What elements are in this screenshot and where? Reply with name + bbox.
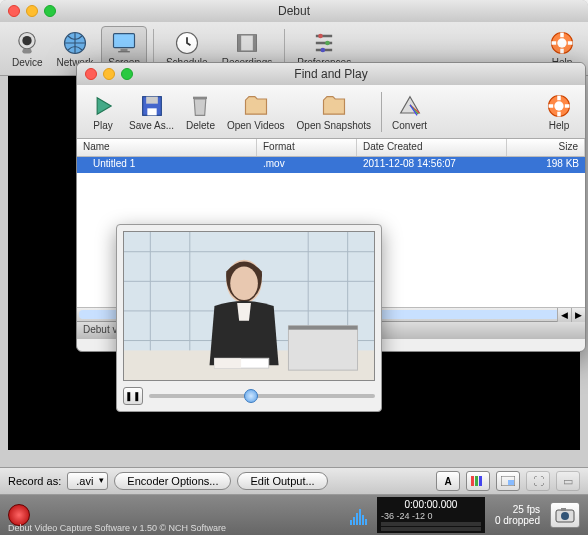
snapshot-button[interactable] bbox=[550, 502, 580, 528]
svg-rect-23 bbox=[561, 508, 566, 511]
svg-rect-9 bbox=[238, 35, 242, 51]
minimize-icon[interactable] bbox=[103, 68, 115, 80]
svg-point-11 bbox=[318, 34, 323, 39]
svg-point-12 bbox=[325, 41, 330, 46]
svg-rect-18 bbox=[479, 476, 482, 486]
record-as-label: Record as: bbox=[8, 475, 61, 487]
scroll-left-icon[interactable]: ◀ bbox=[557, 308, 571, 322]
preview-controls: ❚❚ bbox=[123, 387, 375, 405]
camera-icon bbox=[555, 507, 575, 523]
open-videos-label: Open Videos bbox=[227, 120, 285, 131]
lifebuoy-icon bbox=[548, 29, 576, 57]
svg-rect-10 bbox=[253, 35, 257, 51]
list-row[interactable]: Untitled 1 .mov 2011-12-08 14:56:07 198 … bbox=[77, 157, 585, 173]
svg-rect-45 bbox=[214, 358, 241, 368]
webcam-icon bbox=[13, 29, 41, 57]
scroll-arrows: ◀ ▶ bbox=[557, 308, 585, 322]
svg-rect-2 bbox=[23, 49, 32, 54]
audio-meter-icon bbox=[350, 505, 367, 525]
svg-rect-16 bbox=[471, 476, 474, 486]
delete-button[interactable]: Delete bbox=[180, 90, 221, 133]
svg-rect-4 bbox=[114, 34, 135, 48]
pause-icon: ❚❚ bbox=[125, 391, 141, 401]
svg-point-15 bbox=[557, 38, 566, 47]
svg-point-13 bbox=[321, 48, 326, 53]
folder-video-icon bbox=[242, 92, 270, 120]
sliders-icon bbox=[310, 29, 338, 57]
trash-icon bbox=[186, 92, 214, 120]
fps-value: 25 fps bbox=[495, 504, 540, 515]
film-icon bbox=[233, 29, 261, 57]
open-snapshots-button[interactable]: Open Snapshots bbox=[291, 90, 378, 133]
svg-rect-6 bbox=[118, 51, 130, 52]
aspect-icon: ▭ bbox=[563, 475, 573, 488]
svg-point-29 bbox=[554, 101, 563, 110]
fps-info: 25 fps 0 dropped bbox=[495, 504, 540, 526]
col-format-header[interactable]: Format bbox=[257, 139, 357, 156]
record-bar: Record as: .avi Encoder Options... Edit … bbox=[0, 467, 588, 495]
level-track bbox=[381, 527, 481, 531]
child-titlebar: Find and Play bbox=[77, 63, 585, 85]
device-button[interactable]: Device bbox=[6, 27, 49, 70]
convert-button[interactable]: Convert bbox=[386, 90, 433, 133]
open-videos-button[interactable]: Open Videos bbox=[221, 90, 291, 133]
slider-thumb-icon[interactable] bbox=[244, 389, 258, 403]
svg-rect-41 bbox=[288, 326, 357, 330]
col-date-header[interactable]: Date Created bbox=[357, 139, 507, 156]
edit-output-button[interactable]: Edit Output... bbox=[237, 472, 327, 490]
delete-label: Delete bbox=[186, 120, 215, 131]
color-adjust-button[interactable] bbox=[466, 471, 490, 491]
col-size-header[interactable]: Size bbox=[507, 139, 585, 156]
svg-point-1 bbox=[23, 36, 32, 45]
svg-rect-20 bbox=[508, 480, 514, 485]
fullscreen-button[interactable]: ⛶ bbox=[526, 471, 550, 491]
folder-snapshot-icon bbox=[320, 92, 348, 120]
save-as-button[interactable]: Save As... bbox=[123, 90, 180, 133]
svg-rect-5 bbox=[121, 49, 128, 51]
maximize-icon[interactable] bbox=[121, 68, 133, 80]
floppy-icon bbox=[138, 92, 166, 120]
close-icon[interactable] bbox=[85, 68, 97, 80]
svg-point-43 bbox=[230, 267, 258, 301]
text-overlay-button[interactable]: A bbox=[436, 471, 460, 491]
convert-label: Convert bbox=[392, 120, 427, 131]
svg-rect-26 bbox=[147, 108, 156, 115]
main-titlebar: Debut bbox=[0, 0, 588, 22]
level-meter: 0:00:00.000 -36 -24 -12 0 bbox=[377, 497, 485, 533]
seek-slider[interactable] bbox=[149, 394, 375, 398]
overlay-icon bbox=[501, 476, 515, 486]
aspect-button[interactable]: ▭ bbox=[556, 471, 580, 491]
minimize-icon[interactable] bbox=[26, 5, 38, 17]
row-format: .mov bbox=[257, 157, 357, 173]
pause-button[interactable]: ❚❚ bbox=[123, 387, 143, 405]
close-icon[interactable] bbox=[8, 5, 20, 17]
encoder-options-button[interactable]: Encoder Options... bbox=[114, 472, 231, 490]
svg-rect-27 bbox=[193, 97, 207, 99]
traffic-lights bbox=[8, 5, 56, 17]
play-icon bbox=[89, 92, 117, 120]
level-labels: -36 -24 -12 0 bbox=[381, 511, 481, 521]
monitor-icon bbox=[110, 29, 138, 57]
preview-thumbnail bbox=[123, 231, 375, 381]
color-bars-icon bbox=[471, 476, 485, 486]
preview-popup: ❚❚ bbox=[116, 224, 382, 412]
scroll-right-icon[interactable]: ▶ bbox=[571, 308, 585, 322]
svg-rect-25 bbox=[146, 97, 158, 104]
text-a-icon: A bbox=[444, 476, 451, 487]
play-button[interactable]: Play bbox=[83, 90, 123, 133]
maximize-icon[interactable] bbox=[44, 5, 56, 17]
watermark-button[interactable] bbox=[496, 471, 520, 491]
open-snapshots-label: Open Snapshots bbox=[297, 120, 372, 131]
child-help-button[interactable]: Help bbox=[539, 90, 579, 133]
format-dropdown[interactable]: .avi bbox=[67, 472, 108, 490]
svg-rect-17 bbox=[475, 476, 478, 486]
timecode: 0:00:00.000 bbox=[381, 499, 481, 510]
dropped-value: 0 dropped bbox=[495, 515, 540, 526]
col-name-header[interactable]: Name bbox=[77, 139, 257, 156]
expand-icon: ⛶ bbox=[533, 475, 544, 487]
row-name: Untitled 1 bbox=[77, 157, 257, 173]
globe-icon bbox=[61, 29, 89, 57]
play-label: Play bbox=[93, 120, 112, 131]
row-date: 2011-12-08 14:56:07 bbox=[357, 157, 507, 173]
main-title: Debut bbox=[56, 4, 532, 18]
